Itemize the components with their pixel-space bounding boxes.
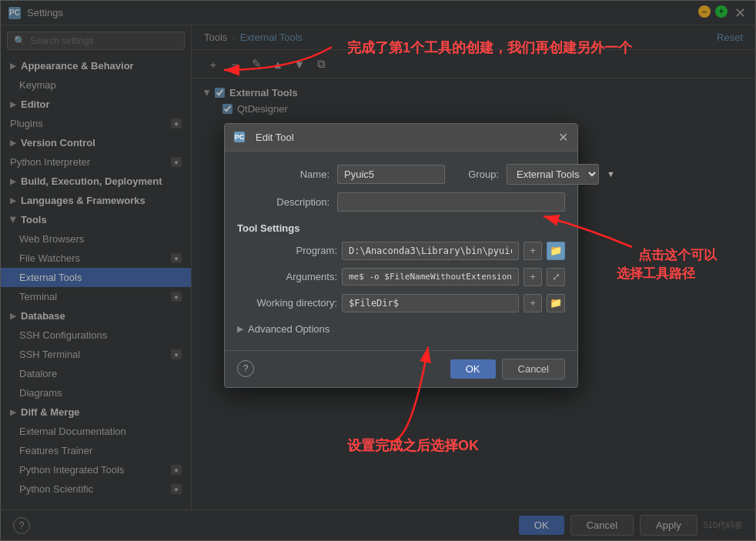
advanced-label: Advanced Options <box>248 323 329 335</box>
dialog-ok-button[interactable]: OK <box>450 359 496 379</box>
program-label: Program: <box>237 245 337 256</box>
name-group-row: Name: Group: External Tools Default ▼ <box>237 164 565 185</box>
program-browse-button[interactable]: 📁 <box>547 242 565 260</box>
advanced-arrow-icon: ▶ <box>237 324 243 334</box>
working-dir-add-button[interactable]: + <box>524 294 542 312</box>
description-row: Description: <box>237 192 565 212</box>
edit-tool-dialog: PC Edit Tool ✕ Name: Group: External Too… <box>224 123 578 388</box>
main-window: PC Settings – + ✕ 🔍 ▶ Appearance & Behav… <box>0 0 756 541</box>
tool-settings-title: Tool Settings <box>237 222 565 234</box>
dialog-title: PC Edit Tool <box>234 132 294 143</box>
modal-overlay: PC Edit Tool ✕ Name: Group: External Too… <box>1 1 755 540</box>
arguments-expand-button[interactable]: ⤢ <box>547 268 565 286</box>
working-dir-browse-button[interactable]: 📁 <box>547 294 565 312</box>
program-input[interactable] <box>342 242 519 260</box>
working-dir-label: Working directory: <box>237 297 337 309</box>
program-add-button[interactable]: + <box>524 242 542 260</box>
advanced-options-row[interactable]: ▶ Advanced Options <box>237 320 565 338</box>
group-dropdown-icon: ▼ <box>607 169 615 179</box>
program-row: Program: + 📁 <box>237 242 565 260</box>
arguments-add-button[interactable]: + <box>524 268 542 286</box>
arguments-row: Arguments: + ⤢ <box>237 268 565 286</box>
dialog-title-bar: PC Edit Tool ✕ <box>225 124 577 152</box>
name-label: Name: <box>237 169 329 180</box>
desc-label: Description: <box>237 196 329 208</box>
dialog-cancel-button[interactable]: Cancel <box>502 359 565 379</box>
dialog-help-button[interactable]: ? <box>237 360 254 377</box>
dialog-body: Name: Group: External Tools Default ▼ De… <box>225 152 577 350</box>
dialog-footer: ? OK Cancel <box>225 350 577 387</box>
arguments-label: Arguments: <box>237 271 337 282</box>
dialog-title-text: Edit Tool <box>256 132 294 143</box>
name-input[interactable] <box>337 165 445 184</box>
arguments-input[interactable] <box>342 268 519 286</box>
dialog-icon: PC <box>234 132 245 142</box>
working-dir-input[interactable] <box>342 294 519 312</box>
group-select[interactable]: External Tools Default <box>507 164 599 185</box>
dialog-close-button[interactable]: ✕ <box>558 130 568 145</box>
group-label: Group: <box>453 169 499 180</box>
desc-input[interactable] <box>337 192 565 212</box>
working-dir-row: Working directory: + 📁 <box>237 294 565 312</box>
